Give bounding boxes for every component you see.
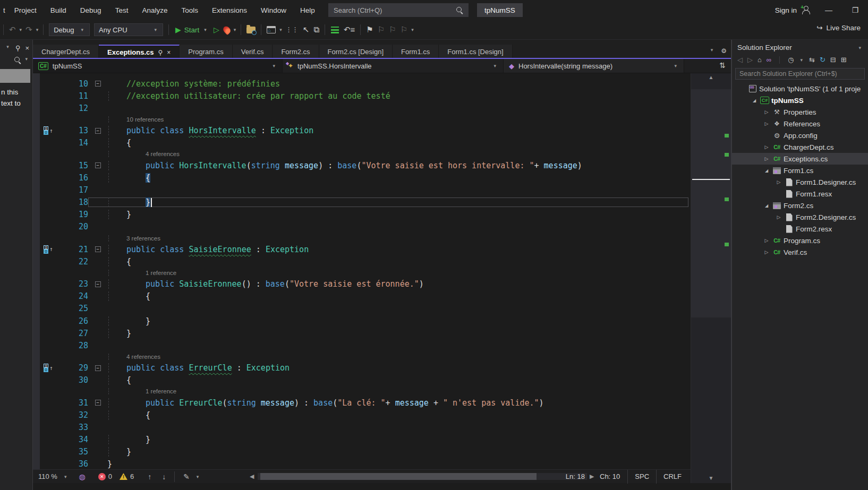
toolbar-overflow[interactable]: ▾ [411,27,414,32]
find-in-files-icon[interactable] [246,27,256,33]
search-icon[interactable] [456,6,463,14]
tab-form1-cs-design-[interactable]: Form1.cs [Design] [439,45,512,59]
solution-platform-dropdown[interactable]: Any CPU▾ [94,23,163,36]
code-line-13[interactable]: IO↑13−public class HorsIntervalle : Exce… [33,125,691,137]
indent-icon[interactable] [331,27,339,33]
menu-item-window[interactable]: Window [254,4,293,16]
tree-item-app-config[interactable]: ⚙App.config [732,130,868,141]
code-line-15[interactable]: 15−public HorsIntervalle(string message)… [33,159,691,171]
expander-icon[interactable]: ◢ [762,203,771,208]
type-dropdown[interactable]: ✦ tpNumSS.HorsIntervalle ▾ [283,59,504,73]
tree-item-tpnumss[interactable]: ◢C#tpNumSS [732,94,868,106]
left-panel-dropdown[interactable]: ▾ [6,44,9,52]
previous-bookmark-icon[interactable]: ⚐ [378,25,385,35]
tree-item-exceptions-cs[interactable]: ▷C#Exceptions.cs [732,153,868,165]
column-indicator[interactable]: Ch: 10 [600,472,620,480]
code-line-31[interactable]: 31−public ErreurCle(string message) : ba… [33,397,691,409]
left-panel-input[interactable] [0,69,30,83]
code-line-25[interactable]: 25 [33,303,691,315]
expander-icon[interactable]: ◢ [750,98,759,103]
menu-item-extensions[interactable]: Extensions [205,4,254,16]
warning-icon[interactable]: ! [120,473,127,480]
fold-collapse-box[interactable]: − [95,365,101,371]
code-line-17[interactable]: 17 [33,184,691,196]
code-line-14[interactable]: 14{ [33,137,691,149]
expander-icon[interactable]: ▷ [762,156,771,161]
tree-item-form2-cs[interactable]: ◢Form2.cs [732,200,868,211]
copy-documents-icon[interactable]: ⧉ [313,25,319,35]
warning-count[interactable]: 6 [130,472,134,480]
expander-icon[interactable]: ▷ [762,238,771,243]
scroll-up-arrow[interactable]: ▲ [691,74,731,80]
sign-in-button[interactable]: Sign in + [775,6,810,14]
scroll-down-arrow[interactable]: ▼ [691,475,731,481]
tab-form2-cs-design-[interactable]: Form2.cs [Design] [319,45,393,59]
solution-explorer-dropdown[interactable]: ▾ [858,45,861,50]
expander-icon[interactable]: ◢ [762,168,771,173]
code-line-27[interactable]: 27} [33,327,691,339]
code-line-36[interactable]: 36} [33,458,691,469]
code-cleanup-icon[interactable]: ✎ [183,472,190,481]
code-line-18[interactable]: 18} [33,196,691,209]
tab-close-icon[interactable]: × [167,49,171,56]
previous-issue-arrow[interactable]: ↑ [148,472,151,481]
error-count[interactable]: 0 [108,472,112,480]
next-bookmark-icon[interactable]: ⚐ [389,25,396,35]
expander-icon[interactable]: ▷ [762,250,771,255]
codelens-references[interactable]: 3 references [126,235,160,242]
feedback-icon[interactable]: ◍ [79,472,85,481]
code-editor[interactable]: 10−//exception système: prédéfinies11//e… [33,73,731,469]
fold-collapse-box[interactable]: − [95,81,101,87]
code-line-33[interactable]: 33 [33,421,691,433]
menu-item-project[interactable]: Project [7,4,44,16]
comment-icon[interactable]: ↶≡ [344,25,355,35]
solution-explorer-home-icon[interactable]: ⌂ [267,26,276,33]
horizontal-scrollbar-thumb[interactable] [260,473,537,480]
inheritance-glyph-icon[interactable]: IO↑ [44,126,53,135]
back-icon[interactable]: ◁ [737,56,743,64]
navigate-pointer-icon[interactable]: ↖ [303,25,310,35]
error-icon[interactable]: ✕ [98,473,106,480]
forward-icon[interactable]: ▷ [747,56,753,64]
home-icon[interactable]: ⌂ [758,56,762,64]
collapse-all-icon[interactable]: ⊟ [830,56,836,64]
hot-reload-dropdown[interactable]: ▾ [234,27,236,32]
code-line-29[interactable]: IO↑29−public class ErreurCle : Exception [33,362,691,374]
undo-button[interactable]: ↶ [9,25,16,35]
code-line-22[interactable]: 22{ [33,255,691,268]
code-line-34[interactable]: 34} [33,434,691,446]
expander-icon[interactable]: ▷ [774,179,784,185]
tree-item-properties[interactable]: ▷⚒Properties [732,106,868,118]
menu-item-t[interactable]: t [1,4,7,16]
member-dropdown[interactable]: ◆ HorsIntervalle(string message) ▾ [504,59,684,73]
clear-bookmarks-icon[interactable]: ⚐ [401,25,407,35]
code-line-35[interactable]: 35} [33,446,691,458]
code-line-23[interactable]: 23−public SaisieEronnee() : base("Votre … [33,278,691,290]
tab-list-dropdown[interactable]: ▾ [711,47,713,55]
tree-item-form1-resx[interactable]: Form1.resx [732,188,868,200]
refresh-icon[interactable]: ↻ [820,56,826,64]
codelens-references[interactable]: 4 references [146,151,180,157]
code-line-12[interactable]: 12 [33,102,691,114]
inheritance-glyph-icon[interactable]: IO↑ [44,245,53,254]
tab-program-cs[interactable]: Program.cs [180,45,232,59]
menu-item-build[interactable]: Build [44,4,73,16]
zoom-control[interactable]: 110 %▾ [33,472,73,480]
minimize-button[interactable]: — [821,6,836,14]
expander-icon[interactable]: ▷ [762,144,771,150]
start-without-debug-button[interactable]: ▷ [214,25,219,34]
start-debug-button[interactable]: ▶ Start▾ [175,25,208,34]
pin-icon[interactable]: ⚲ [15,44,21,52]
menu-item-debug[interactable]: Debug [73,4,108,16]
code-line-26[interactable]: 26} [33,315,691,327]
horizontal-scrollbar[interactable] [258,473,587,480]
tab-pin-icon[interactable]: ⚲ [158,49,163,56]
show-all-files-icon[interactable]: ⊞ [841,56,847,64]
tab-exceptions-cs[interactable]: Exceptions.cs⚲× [99,45,180,59]
code-cleanup-dropdown[interactable]: ▾ [197,474,199,479]
code-line-20[interactable]: 20 [33,221,691,233]
tree-item-program-cs[interactable]: ▷C#Program.cs [732,235,868,246]
tab-form2-cs[interactable]: Form2.cs [273,45,319,59]
tab-form1-cs[interactable]: Form1.cs [393,45,439,59]
menu-item-help[interactable]: Help [293,4,322,16]
